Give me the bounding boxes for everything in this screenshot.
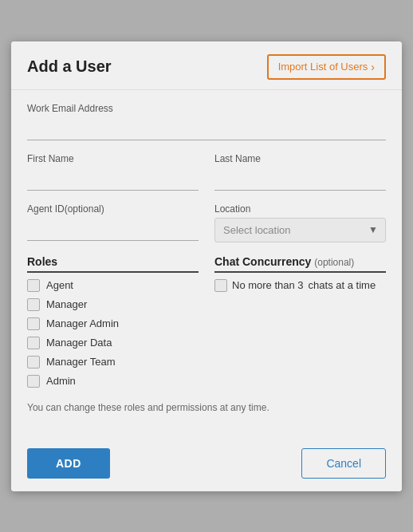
role-manager-team-label: Manager Team xyxy=(46,356,115,368)
first-name-label: First Name xyxy=(27,153,199,164)
roles-col: Roles Agent Manager Manager Admin xyxy=(27,255,199,394)
role-manager-data-row: Manager Data xyxy=(27,337,199,349)
work-email-label: Work Email Address xyxy=(27,103,386,114)
concurrency-checkbox[interactable] xyxy=(214,279,227,292)
cancel-button[interactable]: Cancel xyxy=(301,448,386,479)
role-manager-label: Manager xyxy=(46,298,87,310)
role-agent-row: Agent xyxy=(27,279,199,292)
location-select-wrapper: Select location ▼ xyxy=(214,218,386,242)
concurrency-checkbox-row: No more than 3 chats at a time xyxy=(214,279,386,292)
roles-title: Roles xyxy=(27,255,199,273)
role-admin-row: Admin xyxy=(27,375,199,388)
last-name-col: Last Name xyxy=(214,153,386,191)
role-manager-team-checkbox[interactable] xyxy=(27,356,40,368)
agent-id-input[interactable] xyxy=(27,218,199,241)
role-manager-data-label: Manager Data xyxy=(46,337,112,349)
role-admin-checkbox[interactable] xyxy=(27,375,40,388)
add-button[interactable]: ADD xyxy=(27,448,110,479)
agent-id-label: Agent ID(optional) xyxy=(27,203,199,215)
concurrency-suffix-label: chats at a time xyxy=(309,279,376,291)
modal-title: Add a User xyxy=(27,57,112,76)
role-admin-label: Admin xyxy=(46,375,76,387)
last-name-label: Last Name xyxy=(214,153,386,164)
role-manager-data-checkbox[interactable] xyxy=(27,337,40,349)
concurrency-title: Chat Concurrency (optional) xyxy=(214,255,386,273)
modal-body: Work Email Address First Name Last Name … xyxy=(11,90,402,439)
location-label: Location xyxy=(214,203,386,215)
chat-concurrency-col: Chat Concurrency (optional) No more than… xyxy=(214,255,386,394)
work-email-field-row: Work Email Address xyxy=(27,103,386,140)
role-agent-checkbox[interactable] xyxy=(27,279,40,292)
first-name-input[interactable] xyxy=(27,167,199,191)
roles-info-text: You can change these roles and permissio… xyxy=(27,402,386,413)
work-email-input[interactable] xyxy=(27,117,386,140)
location-select[interactable]: Select location xyxy=(214,218,386,242)
last-name-input[interactable] xyxy=(214,167,386,191)
import-list-label: Import List of Users xyxy=(278,61,368,73)
role-manager-team-row: Manager Team xyxy=(27,356,199,368)
agent-location-row: Agent ID(optional) Location Select locat… xyxy=(27,203,386,242)
role-agent-label: Agent xyxy=(46,279,73,291)
role-manager-row: Manager xyxy=(27,298,199,311)
modal-overlay: Add a User Import List of Users › Work E… xyxy=(0,0,413,532)
chevron-right-icon: › xyxy=(371,61,375,73)
modal-header: Add a User Import List of Users › xyxy=(11,41,402,90)
role-manager-admin-checkbox[interactable] xyxy=(27,317,40,330)
concurrency-no-more-label: No more than 3 xyxy=(232,279,304,291)
modal: Add a User Import List of Users › Work E… xyxy=(11,41,402,491)
agent-id-col: Agent ID(optional) xyxy=(27,203,199,242)
role-manager-admin-row: Manager Admin xyxy=(27,317,199,330)
name-fields-row: First Name Last Name xyxy=(27,153,386,191)
modal-footer: ADD Cancel xyxy=(11,439,402,491)
role-manager-admin-label: Manager Admin xyxy=(46,317,119,329)
first-name-col: First Name xyxy=(27,153,199,191)
roles-section: Roles Agent Manager Manager Admin xyxy=(27,255,386,394)
import-list-button[interactable]: Import List of Users › xyxy=(267,54,386,80)
concurrency-optional-label: (optional) xyxy=(314,257,354,268)
role-manager-checkbox[interactable] xyxy=(27,298,40,311)
location-col: Location Select location ▼ xyxy=(214,203,386,242)
